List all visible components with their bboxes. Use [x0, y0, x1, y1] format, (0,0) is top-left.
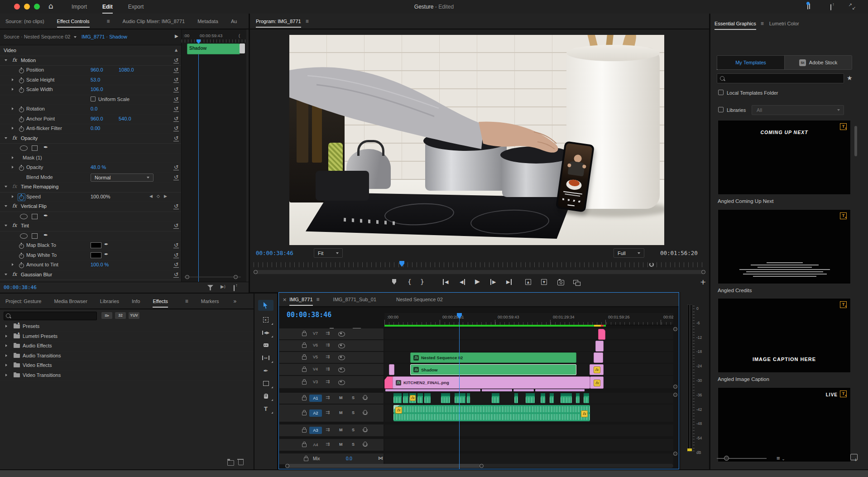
- track-target-button[interactable]: A3: [309, 427, 322, 434]
- clip-a1-audio-3[interactable]: [417, 393, 423, 403]
- ec-value[interactable]: 960.0: [91, 67, 103, 72]
- stopwatch-icon[interactable]: [19, 166, 24, 171]
- reset-parameter-icon[interactable]: ↺: [173, 96, 179, 102]
- filter-properties-icon[interactable]: [207, 285, 213, 290]
- button-editor-plus-icon[interactable]: +: [700, 278, 706, 286]
- tab-info[interactable]: Info: [132, 299, 140, 304]
- tab-effect-controls[interactable]: Effect Controls: [57, 19, 90, 24]
- expand-chevron-icon[interactable]: [12, 156, 14, 159]
- tab-lumetri-color[interactable]: Lumetri Color: [769, 21, 799, 26]
- collapse-chevron-icon[interactable]: [5, 59, 7, 61]
- mark-out-icon[interactable]: }: [420, 278, 424, 285]
- track-v7-header[interactable]: V7⇉: [279, 328, 384, 339]
- play-around-icon[interactable]: ▶): [221, 284, 225, 289]
- reset-parameter-icon[interactable]: ↺: [173, 67, 179, 73]
- clip-a1-audio-4[interactable]: [424, 393, 431, 403]
- ec-mini-ruler[interactable]: [182, 39, 246, 43]
- tab-audio-clip-mixer-img-8771[interactable]: Audio Clip Mixer: IMG_8771: [123, 19, 185, 24]
- mix-value[interactable]: 0.0: [346, 456, 352, 461]
- clip-v3-tail[interactable]: fx: [590, 376, 604, 389]
- clip-v12-strip-2[interactable]: [513, 389, 534, 391]
- mix-keyframe-icon[interactable]: ⋈: [378, 455, 383, 461]
- sync-lock-icon[interactable]: ⇉: [326, 366, 330, 372]
- track-lock-icon[interactable]: [302, 368, 307, 372]
- clip-fx-badge[interactable]: fx: [413, 355, 419, 361]
- go-to-in-icon[interactable]: ◀: [443, 279, 448, 285]
- libraries-checkbox[interactable]: [718, 107, 724, 112]
- timeline-scroll-handle-right[interactable]: [480, 464, 484, 468]
- tab-sequence-img-8771-sub-01[interactable]: IMG_8771_Sub_01: [333, 297, 376, 302]
- libraries-select[interactable]: All: [752, 105, 844, 115]
- sort-menu-icon[interactable]: ≡ ⌄: [777, 455, 785, 462]
- ec-value[interactable]: 100.00%: [91, 194, 110, 199]
- collapse-chevron-icon[interactable]: [5, 274, 7, 275]
- ec-scroll-handle-left[interactable]: [185, 275, 189, 279]
- ec-value[interactable]: 48.0 %: [91, 164, 106, 170]
- ellipse-mask-icon[interactable]: [20, 145, 28, 151]
- reset-parameter-icon[interactable]: ↺: [173, 77, 179, 83]
- tab-essential-graphics[interactable]: Essential Graphics: [715, 21, 756, 26]
- stopwatch-icon[interactable]: [19, 195, 24, 200]
- clip-a1-audio-6[interactable]: [455, 393, 465, 403]
- sync-lock-icon[interactable]: ⇉: [326, 427, 330, 433]
- ec-mini-scrollbar[interactable]: [184, 277, 241, 277]
- clip-a1-audio-0[interactable]: [393, 393, 402, 403]
- audio-tracks-scroll-bottom[interactable]: [673, 452, 677, 456]
- expand-chevron-icon[interactable]: [12, 88, 14, 91]
- expand-chevron-icon[interactable]: [5, 325, 7, 328]
- tree-item-presets[interactable]: ★Presets: [0, 322, 254, 332]
- ec-value[interactable]: 540.0: [119, 116, 131, 121]
- clip-a1-audio-15[interactable]: [584, 393, 589, 403]
- mark-in-icon[interactable]: {: [408, 278, 412, 285]
- track-target-button[interactable]: A4: [309, 441, 322, 448]
- program-scroll-handle-left[interactable]: [254, 270, 258, 274]
- track-v6-lane[interactable]: [384, 340, 673, 351]
- clip-nested-sequence-02[interactable]: fxNested Sequence 02: [410, 352, 576, 363]
- ec-value[interactable]: 0.00: [91, 125, 100, 131]
- next-keyframe-icon[interactable]: ▶: [164, 194, 167, 198]
- share-icon[interactable]: [830, 4, 831, 10]
- track-mix-header[interactable]: Mix0.0⋈: [279, 453, 384, 464]
- ec-value[interactable]: 0.0: [91, 106, 97, 111]
- voiceover-mic-icon[interactable]: [364, 442, 367, 446]
- ec-value[interactable]: 106.0: [91, 87, 103, 92]
- track-lock-icon[interactable]: [302, 381, 307, 385]
- voiceover-mic-icon[interactable]: [364, 410, 367, 414]
- reset-parameter-icon[interactable]: ↺: [173, 272, 179, 278]
- track-v3-header[interactable]: V3⇉: [279, 376, 384, 388]
- close-icon[interactable]: ×: [283, 297, 287, 303]
- timeline-scroll-handle-left[interactable]: [285, 464, 289, 468]
- clip-a2-audio[interactable]: fxfx: [393, 405, 590, 421]
- track-lock-icon[interactable]: [302, 356, 307, 360]
- track-target-button[interactable]: A2: [309, 410, 322, 417]
- play-button-icon[interactable]: ▶: [475, 278, 480, 285]
- tree-item-video-effects[interactable]: Video Effects: [0, 361, 254, 371]
- stopwatch-icon[interactable]: [19, 127, 24, 132]
- type-tool[interactable]: T: [258, 403, 273, 414]
- tab-sequence-img-8771[interactable]: IMG_8771: [289, 297, 312, 302]
- ec-value[interactable]: 100.0 %: [91, 262, 109, 267]
- local-templates-checkbox[interactable]: [718, 90, 724, 95]
- stopwatch-icon[interactable]: [19, 88, 24, 93]
- track-lock-icon[interactable]: [302, 429, 307, 433]
- track-lock-icon[interactable]: [304, 458, 308, 461]
- track-lock-icon[interactable]: [302, 344, 307, 348]
- tab-media-browser[interactable]: Media Browser: [54, 299, 87, 304]
- track-visibility-eye-icon[interactable]: [338, 380, 345, 385]
- sync-lock-icon[interactable]: ⇉: [326, 354, 330, 360]
- pen-mask-icon[interactable]: ✒: [43, 144, 48, 150]
- reset-parameter-icon[interactable]: ↺: [173, 116, 179, 122]
- reset-parameter-icon[interactable]: ↺: [173, 262, 179, 268]
- export-frame-camera-icon[interactable]: [557, 280, 564, 285]
- blend-mode-select[interactable]: Normal: [91, 173, 153, 182]
- clip-fx-badge[interactable]: fx: [413, 367, 419, 372]
- templates-search-box[interactable]: [717, 73, 844, 83]
- pen-mask-icon[interactable]: ✒: [43, 232, 48, 238]
- selection-tool[interactable]: [258, 300, 273, 311]
- track-a3-lane[interactable]: [384, 424, 673, 436]
- tab-metadata[interactable]: Metadata: [197, 19, 218, 24]
- clip-a1-audio-14[interactable]: [576, 393, 580, 403]
- expand-chevron-icon[interactable]: [12, 107, 14, 110]
- timeline-ruler[interactable]: :00:0000:00:29:5100:00:59:4300:01:29:340…: [384, 313, 673, 325]
- reset-parameter-icon[interactable]: ↺: [173, 58, 179, 63]
